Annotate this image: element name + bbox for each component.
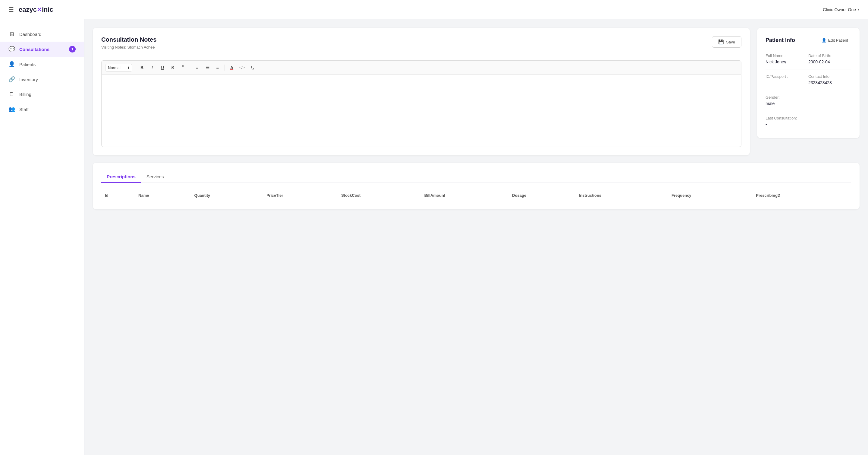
consultation-notes-title: Consultation Notes — [101, 36, 156, 43]
full-name-value: Nick Joney — [766, 59, 808, 64]
patients-icon: 👤 — [8, 61, 15, 67]
last-consult-block: Last Consultation: - — [766, 113, 851, 130]
sidebar-label-patients: Patients — [19, 62, 36, 67]
user-menu[interactable]: Clinic Owner One ▾ — [823, 7, 860, 12]
bottom-section: Prescriptions Services Id Name Quantity … — [93, 163, 860, 209]
align-button[interactable]: ≡ — [213, 63, 222, 72]
bold-button[interactable]: B — [137, 63, 147, 72]
code-icon: </> — [239, 65, 244, 70]
toolbar-divider-3 — [224, 64, 225, 70]
hamburger-icon[interactable]: ☰ — [8, 6, 14, 13]
format-value: Normal — [108, 65, 121, 70]
billing-icon: 🗒 — [8, 91, 15, 97]
sidebar-label-inventory: Inventory — [19, 77, 38, 82]
sidebar-item-staff[interactable]: 👥 Staff — [0, 102, 84, 117]
patient-info-grid: Full Name : Nick Joney Date of Birth: 20… — [766, 50, 851, 130]
editor-toolbar: Normal ⬍ B I U — [101, 60, 741, 75]
unordered-list-icon: ☰ — [206, 65, 210, 70]
info-divider-3 — [766, 111, 851, 111]
unordered-list-button[interactable]: ☰ — [203, 63, 212, 72]
consultation-notes-subtitle: Visiting Notes: Stomach Achee — [101, 45, 156, 50]
save-icon: 💾 — [718, 39, 724, 45]
consultation-notes-card: Consultation Notes Visiting Notes: Stoma… — [93, 28, 750, 155]
prescriptions-table: Id Name Quantity PriceTier StockCost Bil… — [101, 190, 851, 201]
sidebar-item-consultations[interactable]: 💬 Consultations 1 — [0, 41, 84, 57]
clear-format-icon: Tx — [250, 65, 254, 70]
gender-label: Gender: — [766, 95, 851, 99]
logo-text: eazyc✕inic — [19, 6, 53, 13]
tab-services[interactable]: Services — [141, 171, 169, 183]
edit-patient-icon: 👤 — [822, 38, 827, 42]
staff-icon: 👥 — [8, 106, 15, 113]
patient-info-card: Patient Info 👤 Edit Patient Full Name : … — [757, 28, 860, 138]
code-button[interactable]: </> — [238, 63, 247, 72]
col-name: Name — [135, 190, 191, 201]
col-stock-cost: StockCost — [338, 190, 421, 201]
main-content: Consultation Notes Visiting Notes: Stoma… — [84, 19, 868, 455]
editor-body[interactable] — [101, 75, 741, 147]
blockquote-icon: " — [182, 65, 184, 70]
gender-value: male — [766, 101, 851, 106]
patient-card-header: Patient Info 👤 Edit Patient — [766, 36, 851, 45]
dob-label: Date of Birth: — [808, 53, 851, 58]
toolbar-divider-1 — [135, 64, 135, 70]
sidebar-item-patients[interactable]: 👤 Patients — [0, 57, 84, 72]
last-consult-label: Last Consultation: — [766, 116, 851, 120]
sidebar-label-consultations: Consultations — [19, 47, 50, 52]
full-name-block: Full Name : Nick Joney — [766, 50, 808, 67]
dashboard-icon: ⊞ — [8, 31, 15, 37]
blockquote-button[interactable]: " — [179, 63, 187, 72]
format-chevron-icon: ⬍ — [127, 66, 130, 69]
table-header: Id Name Quantity PriceTier StockCost Bil… — [101, 190, 851, 201]
contact-label: Contact Info: — [808, 74, 851, 79]
sidebar-item-inventory[interactable]: 🔗 Inventory — [0, 72, 84, 87]
italic-button[interactable]: I — [148, 63, 157, 72]
format-select[interactable]: Normal ⬍ — [105, 64, 132, 72]
edit-patient-button[interactable]: 👤 Edit Patient — [818, 36, 851, 45]
sidebar-item-dashboard[interactable]: ⊞ Dashboard — [0, 27, 84, 41]
contact-value: 2323423423 — [808, 80, 851, 85]
full-name-label: Full Name : — [766, 53, 808, 58]
tab-prescriptions[interactable]: Prescriptions — [101, 171, 141, 183]
ordered-list-icon: ≡ — [196, 65, 198, 70]
ordered-list-button[interactable]: ≡ — [193, 63, 202, 72]
inventory-icon: 🔗 — [8, 76, 15, 83]
sidebar: ⊞ Dashboard 💬 Consultations 1 👤 Patients… — [0, 19, 84, 455]
col-price-tier: PriceTier — [263, 190, 338, 201]
col-id: Id — [101, 190, 135, 201]
ic-block: IC/Passport : — [766, 71, 808, 88]
text-color-icon: A — [230, 65, 233, 70]
save-label: Save — [726, 40, 735, 45]
contact-block: Contact Info: 2323423423 — [808, 71, 851, 88]
col-instructions: Instructions — [575, 190, 668, 201]
user-name: Clinic Owner One — [823, 7, 856, 12]
clear-format-button[interactable]: Tx — [248, 63, 257, 72]
consultations-badge: 1 — [69, 46, 76, 53]
underline-button[interactable]: U — [158, 63, 167, 72]
editor: Normal ⬍ B I U — [101, 60, 741, 147]
dob-block: Date of Birth: 2000-02-04 — [808, 50, 851, 67]
info-divider-1 — [766, 69, 851, 69]
save-button[interactable]: 💾 Save — [712, 36, 741, 48]
col-quantity: Quantity — [191, 190, 263, 201]
strikethrough-button[interactable]: S — [168, 63, 177, 72]
align-icon: ≡ — [216, 65, 219, 70]
text-color-button[interactable]: A — [227, 63, 236, 72]
prescriptions-table-container: Id Name Quantity PriceTier StockCost Bil… — [101, 190, 851, 201]
patient-info-title: Patient Info — [766, 37, 795, 44]
edit-patient-label: Edit Patient — [828, 38, 848, 42]
last-consult-value: - — [766, 122, 851, 127]
prescriptions-card: Prescriptions Services Id Name Quantity … — [93, 163, 860, 209]
sidebar-item-billing[interactable]: 🗒 Billing — [0, 87, 84, 102]
sidebar-label-billing: Billing — [19, 92, 31, 97]
col-prescribing-d: PrescribingD — [752, 190, 851, 201]
col-bill-amount: BillAmount — [421, 190, 508, 201]
sidebar-label-staff: Staff — [19, 107, 29, 112]
ic-label: IC/Passport : — [766, 74, 808, 79]
col-dosage: Dosage — [508, 190, 575, 201]
col-frequency: Frequency — [668, 190, 752, 201]
sidebar-label-dashboard: Dashboard — [19, 32, 41, 37]
topnav: ☰ eazyc✕inic Clinic Owner One ▾ — [0, 0, 868, 19]
chevron-down-icon: ▾ — [858, 7, 860, 11]
logo: eazyc✕inic — [19, 6, 53, 13]
